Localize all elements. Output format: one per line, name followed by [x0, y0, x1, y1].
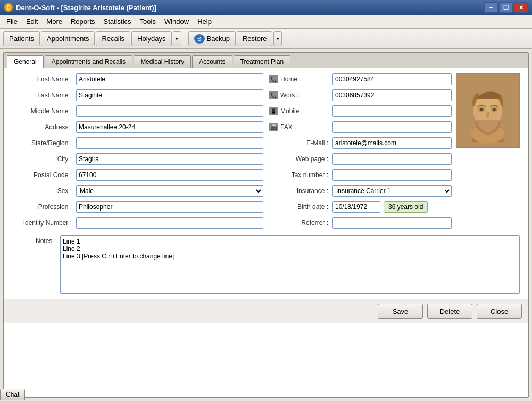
state-label: State/Region : [12, 139, 76, 147]
backup-button[interactable]: B Backup [188, 31, 236, 46]
first-name-row: First Name : [12, 73, 263, 85]
state-input[interactable] [76, 137, 263, 149]
minimize-button[interactable]: − [484, 2, 498, 13]
toolbar-separator [185, 32, 185, 45]
postal-row: Postal Code : [12, 169, 263, 181]
middle-name-input[interactable] [76, 105, 263, 117]
menu-more[interactable]: More [42, 16, 66, 28]
notes-row: Notes : Line 1 Line 2 Line 3 [Press Ctrl… [12, 235, 520, 294]
profession-label: Profession : [12, 203, 76, 211]
age-badge: 36 years old [384, 201, 428, 213]
identity-row: Identity Number : [12, 217, 263, 229]
work-input[interactable] [332, 89, 452, 101]
holydays-button[interactable]: Holydays [131, 31, 171, 46]
identity-label: Identity Number : [12, 219, 76, 227]
save-button[interactable]: Save [378, 304, 423, 319]
tax-row: Tax number : [269, 169, 452, 181]
fax-row: 📠 FAX : [269, 121, 452, 133]
city-row: City : [12, 153, 263, 165]
profession-row: Profession : [12, 201, 263, 213]
menu-statistics[interactable]: Statistics [99, 16, 136, 28]
menu-bar: File Edit More Reports Statistics Tools … [0, 15, 532, 29]
phone-icon-mobile: 📱 [269, 107, 278, 115]
notes-textarea[interactable]: Line 1 Line 2 Line 3 [Press Ctrl+Enter t… [60, 235, 520, 294]
svg-point-11 [493, 108, 496, 111]
home-row: 📞 Home : [269, 73, 452, 85]
last-name-row: Last Name : [12, 89, 263, 101]
birthdate-label: Birth date : [269, 203, 332, 211]
patient-photo [456, 73, 520, 148]
fax-input[interactable] [332, 121, 452, 133]
webpage-label: Web page : [269, 155, 332, 163]
mobile-input[interactable] [332, 105, 452, 117]
backup-icon: B [194, 34, 205, 44]
tab-bar: General Appointments and Recalls Medical… [4, 53, 528, 68]
main-content: General Appointments and Recalls Medical… [0, 49, 532, 401]
birthdate-input[interactable] [332, 201, 380, 213]
home-input[interactable] [332, 73, 452, 85]
insurance-row: Insurance : Insurance Carrier 1 Insuranc… [269, 185, 452, 197]
menu-file[interactable]: File [2, 16, 22, 28]
postal-label: Postal Code : [12, 171, 76, 179]
close-button[interactable]: Close [477, 304, 522, 319]
referrer-input[interactable] [332, 217, 452, 229]
toolbar: Patients Appointments Recalls Holydays ▾… [0, 29, 532, 49]
menu-window[interactable]: Window [160, 16, 193, 28]
window-title: Dent-O-Soft - [Stagirite Aristotele (Pat… [16, 4, 156, 12]
title-bar: D Dent-O-Soft - [Stagirite Aristotele (P… [0, 0, 532, 15]
email-input[interactable] [332, 137, 452, 149]
sex-label: Sex : [12, 187, 76, 195]
phone-icon-work: 📞 [269, 91, 278, 99]
tab-general[interactable]: General [7, 55, 44, 68]
postal-input[interactable] [76, 169, 263, 181]
birthdate-row: Birth date : 36 years old [269, 201, 452, 213]
menu-edit[interactable]: Edit [22, 16, 42, 28]
sex-select[interactable]: Male Female [76, 185, 263, 197]
phone-icon-home: 📞 [269, 75, 278, 83]
work-label: 📞 Work : [269, 91, 332, 99]
city-input[interactable] [76, 153, 263, 165]
sex-row: Sex : Male Female [12, 185, 263, 197]
tab-medical-history[interactable]: Medical History [134, 55, 191, 68]
menu-tools[interactable]: Tools [136, 16, 160, 28]
address-label: Address : [12, 123, 76, 131]
bottom-bar: Save Delete Close [4, 299, 528, 323]
menu-help[interactable]: Help [193, 16, 216, 28]
appointments-button[interactable]: Appointments [41, 31, 95, 46]
referrer-label: Referrer : [269, 219, 332, 227]
tax-label: Tax number : [269, 171, 332, 179]
patient-photo-image [456, 74, 519, 147]
last-name-label: Last Name : [12, 91, 76, 99]
app-icon: D [4, 3, 13, 12]
patients-button[interactable]: Patients [3, 31, 40, 46]
restore-button[interactable]: Restore [237, 31, 273, 46]
mobile-row: 📱 Mobile : [269, 105, 452, 117]
restore-button[interactable]: ❐ [499, 2, 513, 13]
tab-accounts[interactable]: Accounts [192, 55, 232, 68]
svg-point-10 [480, 108, 483, 111]
tab-appointments-recalls[interactable]: Appointments and Recalls [45, 55, 132, 68]
email-row: E-Mail : [269, 137, 452, 149]
recalls-button[interactable]: Recalls [96, 31, 130, 46]
chat-button[interactable]: Chat [0, 389, 25, 400]
last-name-input[interactable] [76, 89, 263, 101]
notes-label: Notes : [12, 237, 60, 245]
identity-input[interactable] [76, 217, 263, 229]
window-close-button[interactable]: ✕ [514, 2, 528, 13]
address-input[interactable] [76, 121, 263, 133]
profession-input[interactable] [76, 201, 263, 213]
work-row: 📞 Work : [269, 89, 452, 101]
webpage-row: Web page : [269, 153, 452, 165]
insurance-select[interactable]: Insurance Carrier 1 Insurance Carrier 2 … [332, 185, 452, 197]
first-name-input[interactable] [76, 73, 263, 85]
toolbar-restore-more-button[interactable]: ▾ [273, 31, 282, 46]
toolbar-more-button[interactable]: ▾ [173, 31, 181, 46]
webpage-input[interactable] [332, 153, 452, 165]
delete-button[interactable]: Delete [427, 304, 472, 319]
fax-label: 📠 FAX : [269, 123, 332, 131]
menu-reports[interactable]: Reports [66, 16, 99, 28]
middle-name-row: Middle Name : [12, 105, 263, 117]
tax-input[interactable] [332, 169, 452, 181]
middle-name-label: Middle Name : [12, 107, 76, 115]
tab-treatment-plan[interactable]: Treatment Plan [234, 55, 291, 68]
